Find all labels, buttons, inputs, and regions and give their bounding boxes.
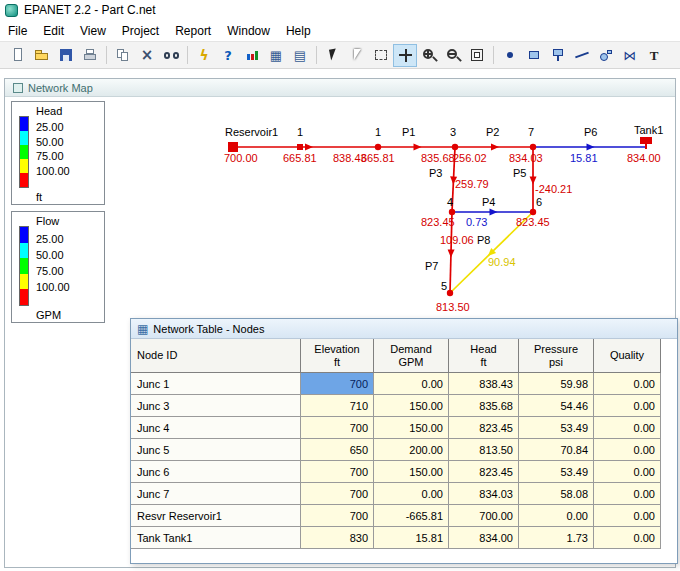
table-icon	[268, 47, 285, 63]
graph-button[interactable]	[240, 44, 264, 67]
value-cell[interactable]: 0.00	[594, 373, 661, 395]
row-id-cell[interactable]: Tank Tank1	[131, 527, 301, 549]
save-button[interactable]	[54, 44, 78, 67]
value-cell[interactable]: 0.00	[374, 373, 449, 395]
query-button[interactable]	[216, 44, 240, 67]
value-cell[interactable]: 823.45	[449, 417, 519, 439]
value-cell[interactable]: 150.00	[374, 461, 449, 483]
column-header-label: Node ID	[137, 349, 177, 362]
zoom-in-button[interactable]	[417, 44, 441, 67]
value-cell[interactable]: 1.73	[519, 527, 594, 549]
value-cell[interactable]: 834.03	[449, 483, 519, 505]
value-cell[interactable]: 0.00	[374, 483, 449, 505]
find-button[interactable]	[159, 44, 183, 67]
value-cell[interactable]: 0.00	[594, 417, 661, 439]
value-cell[interactable]: 700	[301, 461, 374, 483]
menu-report[interactable]: Report	[167, 21, 219, 41]
flow-legend[interactable]: Flow25.0050.0075.00100.00GPM	[11, 211, 105, 323]
text-button[interactable]	[642, 44, 666, 67]
select-vertex-button[interactable]	[345, 44, 369, 67]
menu-edit[interactable]: Edit	[35, 21, 72, 41]
graph-icon	[244, 47, 261, 63]
valve-button[interactable]	[618, 44, 642, 67]
run-button[interactable]	[192, 44, 216, 67]
edit-button[interactable]	[288, 44, 312, 67]
row-id-cell[interactable]: Junc 7	[131, 483, 301, 505]
value-cell[interactable]: 830	[301, 527, 374, 549]
row-id-cell[interactable]: Junc 5	[131, 439, 301, 461]
menu-file[interactable]: File	[0, 21, 35, 41]
full-extent-button[interactable]	[465, 44, 489, 67]
pan-button[interactable]	[393, 44, 417, 67]
value-cell[interactable]: 0.00	[594, 461, 661, 483]
junction-button[interactable]	[498, 44, 522, 67]
select-region-button[interactable]	[369, 44, 393, 67]
value-cell[interactable]: 834.00	[449, 527, 519, 549]
network-map-titlebar[interactable]: Network Map	[5, 79, 675, 97]
reservoir-button[interactable]	[522, 44, 546, 67]
legend-title: Flow	[36, 215, 59, 227]
value-cell[interactable]: 0.00	[594, 527, 661, 549]
table-button[interactable]	[264, 44, 288, 67]
new-button[interactable]	[6, 44, 30, 67]
value-cell[interactable]: 200.00	[374, 439, 449, 461]
value-cell[interactable]: 813.50	[449, 439, 519, 461]
value-cell[interactable]: 0.00	[594, 439, 661, 461]
legend-color-segment	[20, 227, 28, 243]
copy-button[interactable]	[111, 44, 135, 67]
value-cell[interactable]: 53.49	[519, 461, 594, 483]
map-window-icon	[13, 83, 23, 93]
run-icon	[196, 47, 213, 63]
row-id-cell[interactable]: Junc 1	[131, 373, 301, 395]
value-cell[interactable]: 823.45	[449, 461, 519, 483]
print-icon	[82, 47, 99, 63]
pump-button[interactable]	[594, 44, 618, 67]
row-id-cell[interactable]: Junc 6	[131, 461, 301, 483]
value-cell[interactable]: 700	[301, 505, 374, 527]
value-cell[interactable]: 58.08	[519, 483, 594, 505]
row-id-cell[interactable]: Junc 3	[131, 395, 301, 417]
row-id-cell[interactable]: Junc 4	[131, 417, 301, 439]
head-legend[interactable]: Head25.0050.0075.00100.00ft	[11, 101, 105, 205]
value-cell[interactable]: 0.00	[519, 505, 594, 527]
value-cell[interactable]: 838.43	[449, 373, 519, 395]
value-cell[interactable]: 700	[301, 483, 374, 505]
menu-window[interactable]: Window	[219, 21, 278, 41]
value-cell[interactable]: 700.00	[449, 505, 519, 527]
select-button[interactable]	[321, 44, 345, 67]
nodes-table-titlebar[interactable]: Network Table - Nodes	[131, 319, 677, 339]
pipe-button[interactable]	[570, 44, 594, 67]
menu-help[interactable]: Help	[278, 21, 319, 41]
menu-view[interactable]: View	[72, 21, 114, 41]
value-cell[interactable]: 150.00	[374, 417, 449, 439]
app-titlebar[interactable]: EPANET 2.2 - Part C.net	[0, 0, 680, 20]
value-cell[interactable]: 54.46	[519, 395, 594, 417]
value-cell[interactable]: -665.81	[374, 505, 449, 527]
print-button[interactable]	[78, 44, 102, 67]
open-button[interactable]	[30, 44, 54, 67]
value-cell[interactable]: 0.00	[594, 395, 661, 417]
value-cell[interactable]: 59.98	[519, 373, 594, 395]
value-cell[interactable]: 0.00	[594, 483, 661, 505]
value-cell[interactable]: 650	[301, 439, 374, 461]
value-cell[interactable]: 835.68	[449, 395, 519, 417]
column-header-label: Elevation	[314, 343, 359, 356]
value-cell[interactable]: 0.00	[594, 505, 661, 527]
select-vertex-icon	[349, 47, 366, 63]
value-cell[interactable]: 70.84	[519, 439, 594, 461]
value-cell[interactable]: 150.00	[374, 395, 449, 417]
zoom-in-icon	[421, 47, 438, 63]
delete-button[interactable]	[135, 44, 159, 67]
value-cell[interactable]: 15.81	[374, 527, 449, 549]
value-cell[interactable]: 710	[301, 395, 374, 417]
zoom-out-icon	[445, 47, 462, 63]
row-id-cell[interactable]: Resvr Reservoir1	[131, 505, 301, 527]
legend-color-segment	[20, 173, 28, 187]
value-cell[interactable]: 700	[301, 417, 374, 439]
tank-button[interactable]	[546, 44, 570, 67]
value-cell[interactable]: 53.49	[519, 417, 594, 439]
zoom-out-button[interactable]	[441, 44, 465, 67]
value-cell[interactable]: 700	[301, 373, 374, 395]
menu-project[interactable]: Project	[114, 21, 167, 41]
new-icon	[10, 47, 27, 63]
